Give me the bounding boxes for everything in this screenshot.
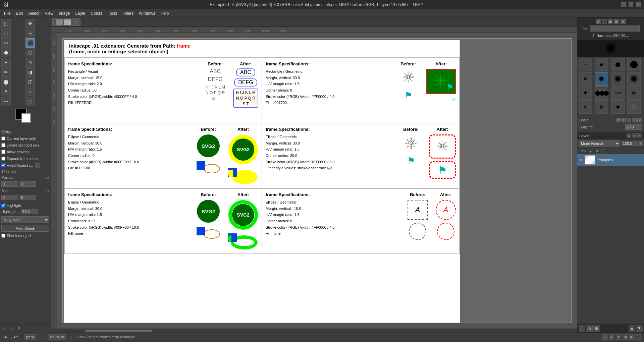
brush-setting-icon-3[interactable]: + xyxy=(627,118,631,122)
filter-input[interactable] xyxy=(590,25,640,32)
tab-close-icon[interactable]: ✕ xyxy=(74,20,77,24)
brushes-tab-icon[interactable]: 🖌 xyxy=(596,19,601,24)
status-icon-2[interactable]: ▲ xyxy=(609,334,614,340)
tool-paint[interactable]: ✏ xyxy=(1,67,11,77)
tool-path[interactable]: ⌂ xyxy=(25,87,35,96)
tool-select-ellipse[interactable]: ◌ xyxy=(1,28,11,38)
brush-item-16[interactable] xyxy=(627,100,641,114)
size-h-input[interactable] xyxy=(19,195,36,200)
lock-pixels-icon[interactable]: 🖌 xyxy=(589,149,593,153)
brush-item-15[interactable]: ⬟ xyxy=(611,100,625,114)
brush-item-14[interactable]: ✿ xyxy=(595,100,608,114)
status-icon-3[interactable]: ▼ xyxy=(616,334,621,340)
tool-warp[interactable]: ⬡ xyxy=(25,48,35,57)
layers-icon-2[interactable]: ≡ xyxy=(632,133,637,138)
right-settings-icon[interactable]: ≡ xyxy=(621,19,626,24)
tool-transform[interactable]: ⬢ xyxy=(1,48,11,57)
layer-duplicate-button[interactable]: ⧉ xyxy=(586,325,593,332)
menu-filters[interactable]: Filters xyxy=(120,10,136,16)
tool-ink[interactable]: ◫ xyxy=(25,77,35,87)
menu-windows[interactable]: Windows xyxy=(136,10,158,16)
brush-item-8[interactable] xyxy=(627,72,641,86)
layer-move-up-button[interactable]: ▲ xyxy=(629,325,635,332)
opacity-input[interactable] xyxy=(622,141,637,146)
status-icon-4[interactable]: ◀ xyxy=(623,334,628,340)
brush-setting-icon-1[interactable]: ⊞ xyxy=(616,118,621,122)
gradients-tab-icon[interactable]: ▦ xyxy=(608,19,613,24)
tool-crop[interactable]: ⬛ xyxy=(25,38,35,48)
menu-image[interactable]: Image xyxy=(56,10,72,16)
layers-icon-1[interactable]: ⊞ xyxy=(627,133,631,138)
patterns-tab-icon[interactable]: ⬛ xyxy=(602,19,607,24)
scrollbar-thumb-x[interactable] xyxy=(85,330,152,332)
highlight-value-input[interactable] xyxy=(21,209,38,214)
fixed-aspect-check[interactable] xyxy=(1,163,5,167)
canvas-content[interactable]: Inkscape .91 extension: Generate from Pa… xyxy=(62,38,572,323)
brush-item-6[interactable] xyxy=(595,72,608,86)
brush-item-2[interactable] xyxy=(595,58,608,71)
layer-delete-button[interactable]: 🗑 xyxy=(593,325,600,332)
menu-file[interactable]: File xyxy=(1,10,13,16)
maximize-button[interactable]: □ xyxy=(629,2,633,7)
brush-item-10[interactable]: ⬤⬤⬤ xyxy=(595,86,608,100)
allow-growing-check[interactable] xyxy=(1,150,5,154)
brush-setting-icon-5[interactable]: ↗ xyxy=(637,118,642,122)
lock-alpha-icon[interactable]: ⬛ xyxy=(601,149,605,153)
size-w-input[interactable] xyxy=(1,195,18,200)
tool-select-fuzzy[interactable]: ⊹ xyxy=(25,28,35,38)
layer-new-button[interactable]: + xyxy=(579,325,585,332)
menu-tools[interactable]: Tools xyxy=(105,10,120,16)
background-color[interactable] xyxy=(21,113,31,123)
brush-item-13[interactable]: ❋ xyxy=(579,100,592,114)
brush-item-9[interactable]: ✦ xyxy=(579,86,592,100)
delete-icon[interactable]: ✕ xyxy=(17,326,23,332)
menu-edit[interactable]: Edit xyxy=(13,10,25,16)
tool-align[interactable]: ⇲ xyxy=(25,58,35,67)
status-icon-6[interactable]: ⬛ xyxy=(636,334,641,340)
menu-view[interactable]: View xyxy=(42,10,56,16)
brush-item-4[interactable] xyxy=(627,58,641,71)
brush-item-3[interactable] xyxy=(611,58,625,71)
layer-move-down-button[interactable]: ▼ xyxy=(636,325,643,332)
status-icon-1[interactable]: ⊞ xyxy=(602,334,608,340)
brush-item-1[interactable] xyxy=(579,58,592,71)
color-swatch[interactable] xyxy=(15,109,36,125)
brush-setting-icon-4[interactable]: − xyxy=(632,118,637,122)
current-layer-only-check[interactable] xyxy=(1,136,5,140)
image-tab-1[interactable]: ✕ xyxy=(52,18,80,26)
position-y-input[interactable] xyxy=(19,181,36,187)
fonts-tab-icon[interactable]: ⚙ xyxy=(614,19,619,24)
auto-shrink-button[interactable]: Auto Shrink xyxy=(1,225,49,232)
tool-clone[interactable]: ⊹ xyxy=(1,97,11,106)
minimize-button[interactable]: – xyxy=(621,2,626,7)
menu-colors[interactable]: Colors xyxy=(88,10,105,16)
tool-select-free[interactable]: ✥ xyxy=(25,19,35,28)
menu-layer[interactable]: Layer xyxy=(73,10,88,16)
spacing-input[interactable] xyxy=(625,124,642,130)
status-unit-select[interactable]: px % xyxy=(24,334,36,340)
layer-visibility-icon[interactable]: 👁 xyxy=(579,158,583,162)
delete-cropped-check[interactable] xyxy=(1,143,5,147)
tool-blur[interactable]: ◌ xyxy=(25,97,35,106)
undo-icon[interactable]: ↩ xyxy=(1,326,7,332)
tool-heal[interactable]: ◨ xyxy=(25,67,35,77)
blend-mode-select[interactable]: Mode Normal xyxy=(579,140,620,147)
status-icon-5[interactable]: ▶ xyxy=(629,334,635,340)
layer-item-1[interactable]: 👁 Examples xyxy=(577,154,644,166)
tool-select-rect[interactable]: ⬚ xyxy=(1,19,11,28)
brush-item-12[interactable]: ✲ xyxy=(627,86,641,100)
menu-select[interactable]: Select xyxy=(25,10,42,16)
guides-select[interactable]: No guides xyxy=(1,216,49,223)
status-zoom-select[interactable]: 100 % 50 % 200 % xyxy=(48,334,66,340)
menu-help[interactable]: Help xyxy=(158,10,172,16)
shrink-merged-check[interactable] xyxy=(1,234,5,238)
image-canvas[interactable]: Inkscape .91 extension: Generate from Pa… xyxy=(64,40,460,323)
fixed-aspect-expand-icon[interactable] xyxy=(35,163,40,168)
layers-icon-3[interactable]: × xyxy=(637,133,642,138)
expand-center-check[interactable] xyxy=(1,157,5,161)
brush-setting-icon-2[interactable]: ≡ xyxy=(621,118,626,122)
position-x-input[interactable] xyxy=(1,181,18,187)
tool-text[interactable]: A xyxy=(1,87,11,96)
close-button[interactable]: ✕ xyxy=(636,2,641,7)
horizontal-scrollbar[interactable] xyxy=(51,329,577,333)
